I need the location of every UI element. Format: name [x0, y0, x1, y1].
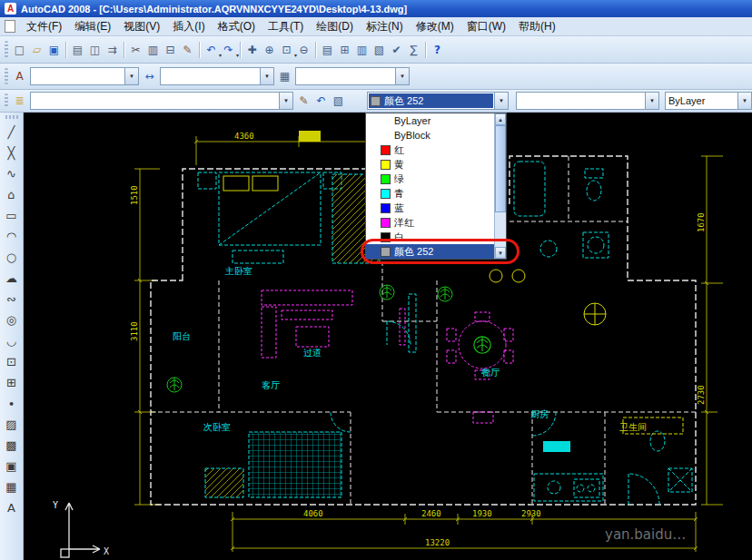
- publish-button[interactable]: ⇉: [104, 41, 121, 59]
- dropdown-scrollbar[interactable]: [494, 113, 506, 259]
- quickcalc-button[interactable]: ∑: [405, 41, 422, 59]
- redo-button[interactable]: ↷▾: [220, 41, 237, 59]
- region-button[interactable]: ▣: [2, 456, 22, 476]
- table-style-combo[interactable]: [295, 67, 410, 85]
- match-properties-button[interactable]: ✎: [179, 41, 196, 59]
- open-button[interactable]: ▱: [28, 41, 45, 59]
- save-button[interactable]: ▣: [45, 41, 63, 59]
- menu-edit[interactable]: 编辑(E): [68, 16, 117, 37]
- tool-palettes-button[interactable]: ▥: [353, 41, 371, 59]
- make-object-layer-current-button[interactable]: ✎: [295, 92, 312, 110]
- lineweight-dropdown-arrow-icon[interactable]: [737, 93, 751, 109]
- help-icon: ?: [434, 44, 440, 55]
- text-style-button[interactable]: A: [11, 67, 28, 85]
- plot-preview-button[interactable]: ◫: [86, 41, 104, 59]
- qnew-button[interactable]: □: [11, 41, 28, 59]
- color-dropdown-arrow-icon[interactable]: [494, 93, 508, 109]
- rectangle-button[interactable]: ▭: [2, 205, 22, 225]
- insert-block-button[interactable]: ⊡: [2, 351, 22, 371]
- dim-style-combo[interactable]: [160, 67, 274, 85]
- color-option-green[interactable]: 绿: [366, 172, 494, 186]
- color-option-byblock[interactable]: ByBlock: [366, 128, 494, 142]
- gradient-button[interactable]: ▩: [2, 435, 22, 455]
- polygon-button[interactable]: ⌂: [2, 184, 22, 204]
- text-style-dropdown-arrow-icon[interactable]: [124, 68, 138, 84]
- linetype-dropdown-arrow-icon[interactable]: [645, 93, 658, 109]
- ellipse-button[interactable]: ◎: [2, 309, 22, 329]
- help-button[interactable]: ?: [429, 41, 446, 59]
- menu-draw[interactable]: 绘图(D): [310, 16, 360, 37]
- layer-states-button[interactable]: ▧: [330, 92, 347, 110]
- color-option-yellow[interactable]: 黄: [366, 157, 494, 172]
- spline-button[interactable]: ∾: [2, 289, 22, 309]
- pan-button[interactable]: ✚: [243, 41, 261, 59]
- color-option-cyan[interactable]: 青: [366, 186, 494, 201]
- scroll-down-arrow-icon[interactable]: [495, 247, 506, 259]
- linetype-combo[interactable]: [516, 92, 659, 110]
- color-combo[interactable]: 颜色 252: [367, 92, 509, 110]
- menu-modify[interactable]: 修改(M): [410, 16, 460, 37]
- sheet-set-manager-button[interactable]: ▧: [371, 41, 388, 59]
- drawing-document-icon[interactable]: [5, 20, 15, 33]
- zoom-window-button[interactable]: ⊡▾: [278, 41, 295, 59]
- point-button[interactable]: ∙: [2, 393, 22, 413]
- markup-button[interactable]: ✔: [388, 41, 405, 59]
- multiline-text-button[interactable]: A: [2, 497, 22, 517]
- table-style-dropdown-arrow-icon[interactable]: [395, 68, 409, 84]
- hatch-button[interactable]: ▨: [2, 414, 22, 434]
- menu-view[interactable]: 视图(V): [117, 16, 166, 37]
- toolbar-grip[interactable]: [5, 115, 18, 119]
- revision-cloud-button[interactable]: ☁: [2, 268, 22, 288]
- menu-file[interactable]: 文件(F): [20, 16, 68, 37]
- scroll-up-arrow-icon[interactable]: [495, 113, 506, 125]
- menu-format[interactable]: 格式(O): [212, 16, 262, 37]
- circle-button[interactable]: ○: [2, 247, 22, 267]
- dim-style-dropdown-arrow-icon[interactable]: [260, 68, 273, 84]
- zoom-realtime-button[interactable]: ⊕: [261, 41, 278, 59]
- plant-icon: [380, 285, 394, 300]
- color-option-red[interactable]: 红: [366, 142, 494, 157]
- menu-tools[interactable]: 工具(T): [262, 16, 310, 37]
- color-option-blue[interactable]: 蓝: [366, 201, 494, 215]
- lineweight-combo[interactable]: ByLayer: [665, 92, 752, 110]
- construction-line-button[interactable]: ╳: [2, 142, 22, 162]
- table-style-button[interactable]: ▦: [276, 67, 293, 85]
- room-label-master-bedroom: 主卧室: [224, 266, 252, 276]
- zoom-previous-button[interactable]: ⊖: [295, 41, 312, 59]
- toolbar-grip[interactable]: [5, 68, 8, 84]
- dim-style-button[interactable]: ↔: [141, 67, 158, 85]
- menu-insert[interactable]: 插入(I): [166, 16, 211, 37]
- properties-button[interactable]: ▤: [319, 41, 336, 59]
- polyline-button[interactable]: ∿: [2, 163, 22, 183]
- undo-button[interactable]: ↶▾: [203, 41, 220, 59]
- insert-block-icon: ⊡: [6, 356, 16, 368]
- designcenter-button[interactable]: ⊞: [336, 41, 353, 59]
- qnew-icon: □: [15, 44, 25, 55]
- color-option-magenta[interactable]: 洋红: [366, 215, 494, 230]
- menu-help[interactable]: 帮助(H): [512, 16, 562, 37]
- revision-cloud-icon: ☁: [5, 272, 17, 284]
- layer-dropdown-arrow-icon[interactable]: [279, 93, 292, 109]
- color-option-white[interactable]: 白: [366, 230, 494, 244]
- toolbar-grip[interactable]: [5, 93, 8, 108]
- text-style-combo[interactable]: [30, 67, 139, 85]
- toolbar-grip[interactable]: [5, 41, 8, 58]
- cut-button[interactable]: ✂: [127, 41, 144, 59]
- line-button[interactable]: ╱: [2, 122, 22, 142]
- copy-button[interactable]: ▥: [144, 41, 162, 59]
- color-option-label: 洋红: [394, 216, 414, 230]
- table-button[interactable]: ▦: [2, 476, 22, 496]
- layer-properties-manager-button[interactable]: ≣: [11, 92, 28, 110]
- menu-dimension[interactable]: 标注(N): [360, 16, 410, 37]
- layer-combo[interactable]: [30, 92, 293, 110]
- color-option-bylayer[interactable]: ByLayer: [366, 113, 494, 128]
- menu-window[interactable]: 窗口(W): [460, 16, 512, 37]
- scroll-thumb[interactable]: [495, 125, 506, 212]
- paste-button[interactable]: ⊟: [162, 41, 179, 59]
- layer-previous-button[interactable]: ↶: [312, 92, 330, 110]
- color-option-color-252[interactable]: 颜色 252: [366, 244, 494, 259]
- ellipse-arc-button[interactable]: ◡: [2, 330, 22, 350]
- make-block-button[interactable]: ⊞: [2, 372, 22, 392]
- plot-button[interactable]: ▤: [69, 41, 86, 59]
- arc-button[interactable]: ◠: [2, 226, 22, 246]
